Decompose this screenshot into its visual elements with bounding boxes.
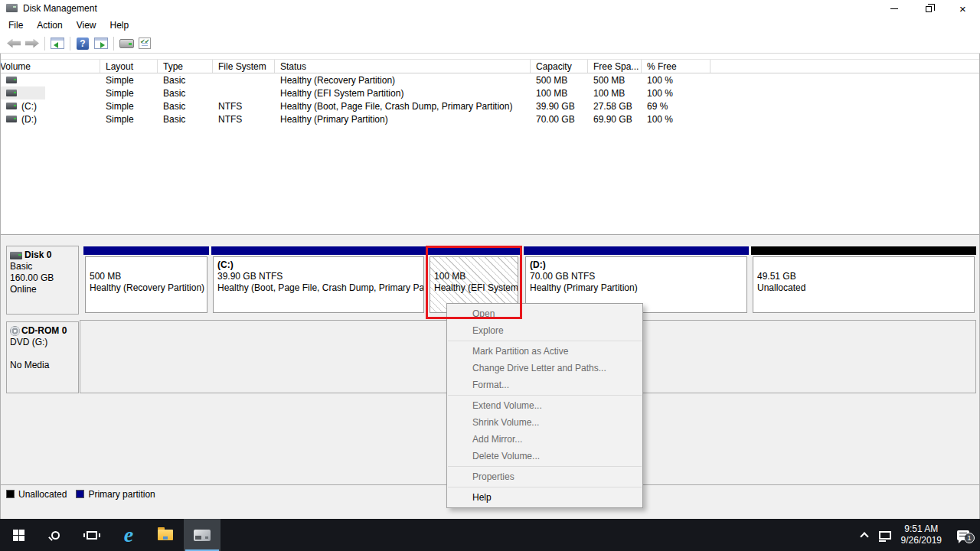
menu-item-shrink-volume[interactable]: Shrink Volume... [447,414,642,431]
volume-icon [6,116,17,122]
toolbar: ? [0,34,980,54]
menu-item-add-mirror[interactable]: Add Mirror... [447,431,642,448]
menu-item-change-drive-letter[interactable]: Change Drive Letter and Paths... [447,360,642,377]
menu-item-mark-partition-active[interactable]: Mark Partition as Active [447,343,642,360]
header-pct-free[interactable]: % Free [642,60,710,73]
minimize-icon [890,8,898,9]
menu-separator [448,466,642,467]
show-console-tree-button[interactable] [48,35,67,52]
menu-separator [448,341,642,341]
table-row-c[interactable]: (C:) Simple Basic NTFS Healthy (Boot, Pa… [0,99,980,112]
help-button[interactable]: ? [74,35,92,52]
close-button[interactable]: × [946,0,980,17]
table-row-efi[interactable]: Simple Basic Healthy (EFI System Partiti… [0,86,980,99]
menu-item-extend-volume[interactable]: Extend Volume... [447,397,642,414]
cell-free-space: 500 MB [588,75,642,86]
checklist-button[interactable] [136,35,154,52]
volume-table-header: Volume Layout Type File System Status Ca… [0,59,980,73]
menu-action[interactable]: Action [30,18,69,33]
disk0-label-box[interactable]: Disk 0 Basic 160.00 GB Online [6,246,79,315]
cell-pct-free: 69 % [642,101,710,112]
cell-pct-free: 100 % [642,75,710,86]
partition-color-bar [83,246,209,255]
task-view-button[interactable] [74,519,110,551]
menu-file[interactable]: File [2,18,30,33]
header-capacity[interactable]: Capacity [531,60,588,73]
toolbar-separator [113,37,114,51]
cell-free-space: 69.90 GB [588,114,642,125]
table-row-recovery[interactable]: Simple Basic Healthy (Recovery Partition… [0,73,980,86]
forward-button[interactable] [23,35,41,52]
window-title: Disk Management [23,3,97,14]
partition-size: 49.51 GB [757,271,974,282]
header-status[interactable]: Status [275,60,531,73]
menu-item-format[interactable]: Format... [447,377,642,393]
chevron-up-icon [860,532,868,540]
cell-capacity: 39.90 GB [531,101,588,112]
legend-label-primary: Primary partition [88,489,155,500]
cell-pct-free: 100 % [642,114,710,125]
show-action-pane-button[interactable] [92,35,110,52]
file-explorer-button[interactable] [147,519,184,551]
header-free-space[interactable]: Free Spa... [588,60,642,73]
cell-layout: Simple [100,114,158,125]
table-row-d[interactable]: (D:) Simple Basic NTFS Healthy (Primary … [0,112,980,126]
cell-status: Healthy (Primary Partition) [275,114,531,125]
action-center-button[interactable]: 1 [946,519,980,551]
disk0-state: Online [10,284,78,295]
cdrom-icon [10,326,20,336]
network-tray-button[interactable] [874,519,897,551]
header-volume[interactable]: Volume [0,60,100,73]
partition-c[interactable]: (C:) 39.90 GB NTFS Healthy (Boot, Page F… [211,246,426,313]
disk-management-taskbar-button[interactable] [184,519,220,551]
disk-management-screen: Disk Management × File Action View Help … [0,0,980,551]
disk-icon [10,252,22,259]
cell-capacity: 500 MB [531,75,588,86]
back-button[interactable] [5,35,23,52]
cell-file-system: NTFS [213,101,275,112]
partition-name [434,259,518,271]
partition-status: Healthy (Boot, Page File, Crash Dump, Pr… [217,282,423,294]
header-file-system[interactable]: File System [213,60,275,73]
task-view-icon [87,531,97,540]
menu-item-explore[interactable]: Explore [447,322,642,339]
forward-icon [25,39,39,48]
menu-view[interactable]: View [70,18,103,33]
taskbar-search-button[interactable] [37,519,74,551]
header-layout[interactable]: Layout [100,60,158,73]
start-button[interactable] [0,519,37,551]
menu-help[interactable]: Help [103,18,136,33]
device-view-button[interactable] [117,35,136,52]
cdrom0-label-box[interactable]: CD-ROM 0 DVD (G:) No Media [6,321,79,393]
menu-item-delete-volume[interactable]: Delete Volume... [447,448,642,465]
menu-separator [448,487,642,487]
minimize-button[interactable] [877,0,911,17]
cell-capacity: 100 MB [531,88,588,99]
menu-item-properties[interactable]: Properties [447,468,642,485]
internet-explorer-button[interactable]: e [110,519,147,551]
partition-recovery[interactable]: 500 MB Healthy (Recovery Partition) [83,246,209,313]
disk0-kind: Basic [10,261,78,272]
partition-name [757,259,974,271]
action-pane-icon [94,37,108,49]
volume-icon [6,77,17,83]
partition-color-bar [524,246,749,255]
menu-separator [448,395,642,396]
partition-unallocated[interactable]: 49.51 GB Unallocated [751,246,976,313]
menu-item-help[interactable]: Help [447,489,642,506]
menu-item-open[interactable]: Open [447,305,642,322]
cell-type: Basic [158,114,213,125]
tray-expand-button[interactable] [855,519,874,551]
partition-name [90,259,207,271]
windows-logo-icon [13,530,24,541]
clock-button[interactable]: 9:51 AM 9/26/2019 [897,519,946,551]
restore-button[interactable] [911,0,946,17]
cell-status: Healthy (Recovery Partition) [275,75,531,86]
header-type[interactable]: Type [158,60,213,73]
network-icon [879,531,891,540]
volume-name: (C:) [21,101,37,112]
search-icon [51,531,60,540]
partition-size: 70.00 GB NTFS [530,271,746,282]
console-tree-icon [51,37,64,49]
disk0-name: Disk 0 [24,249,51,261]
